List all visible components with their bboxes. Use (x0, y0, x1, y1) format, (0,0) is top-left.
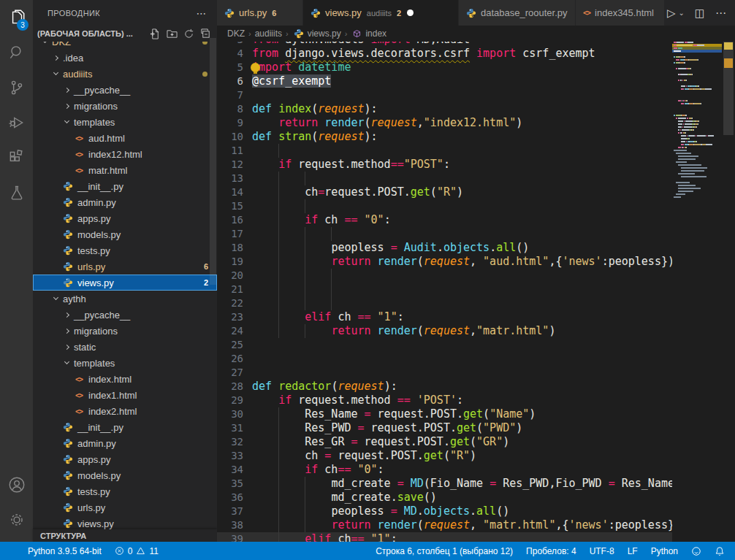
tab-views.py[interactable]: views.pyaudiiits2 (303, 0, 459, 26)
tree-file-models.py[interactable]: models.py (33, 467, 217, 483)
tree-file-views.py[interactable]: views.py2 (33, 275, 217, 291)
run-debug-icon[interactable] (0, 105, 33, 140)
search-icon[interactable] (0, 35, 33, 70)
tree-file-index2.html[interactable]: <>index2.html (33, 403, 217, 419)
account-icon[interactable] (0, 467, 33, 502)
tree-folder-audiiits[interactable]: audiiits (33, 66, 217, 82)
breadcrumb-folder[interactable]: DKZ (227, 28, 245, 39)
tree-file-index1.html[interactable]: <>index1.html (33, 387, 217, 403)
tree-file-matr.html[interactable]: <>matr.html (33, 162, 217, 178)
code-line-10[interactable]: 10def stran(request): (217, 130, 722, 144)
code-line-27[interactable]: 27 (217, 366, 722, 380)
tab-urls.py[interactable]: urls.py6 (217, 0, 303, 26)
new-file-icon[interactable] (150, 28, 161, 39)
breadcrumb-file[interactable]: views.py (308, 28, 341, 39)
tree-file-tests.py[interactable]: tests.py (33, 242, 217, 258)
code-line-12[interactable]: 12 if request.method=="POST": (217, 158, 722, 172)
tree-file-admin.py[interactable]: admin.py (33, 194, 217, 210)
tree-folder-templates[interactable]: templates (33, 114, 217, 130)
code-line-14[interactable]: 14 ch=request.POST.get("R") (217, 185, 722, 199)
code-line-4[interactable]: 4from django.views.decorators.csrf impor… (217, 47, 722, 61)
breadcrumb-symbol[interactable]: index (365, 28, 386, 39)
code-line-38[interactable]: 38 return render(request, "matr.html",{'… (217, 518, 722, 532)
python-interpreter-status[interactable]: Python 3.9.5 64-bit (28, 546, 102, 556)
code-line-36[interactable]: 36 md_create.save() (217, 491, 722, 505)
source-control-icon[interactable] (0, 70, 33, 105)
code-line-39[interactable]: 39 elif ch== "1": (217, 532, 722, 542)
tree-file-__init__.py[interactable]: __init__.py (33, 178, 217, 194)
notifications-bell-icon[interactable] (715, 546, 725, 556)
code-line-31[interactable]: 31 Res_PWD = request.POST.get("PWD") (217, 421, 722, 435)
editor-scrollbar[interactable] (722, 42, 735, 542)
tree-folder-templates[interactable]: templates (33, 355, 217, 371)
code-line-28[interactable]: 28def redactor(request): (217, 380, 722, 394)
tree-folder-static[interactable]: static (33, 339, 217, 355)
code-line-5[interactable]: 5import datetime (217, 61, 722, 74)
explorer-icon[interactable]: 3 (0, 0, 33, 35)
settings-gear-icon[interactable] (0, 502, 33, 537)
code-line-11[interactable]: 11 (217, 144, 722, 158)
tree-folder-.idea[interactable]: .idea (33, 50, 217, 66)
tree-file-apps.py[interactable]: apps.py (33, 451, 217, 467)
code-line-29[interactable]: 29 if request.method == 'POST': (217, 394, 722, 407)
tree-folder-__pycache__[interactable]: __pycache__ (33, 307, 217, 323)
tree-folder-DKZ[interactable]: DKZ (33, 42, 217, 50)
tree-file-models.py[interactable]: models.py (33, 226, 217, 242)
code-line-37[interactable]: 37 peopless = MD.objects.all() (217, 505, 722, 518)
code-line-6[interactable]: 6@csrf_exempt (217, 74, 722, 88)
tab-index345.html[interactable]: <>index345.html (576, 0, 665, 26)
refresh-icon[interactable] (183, 28, 194, 39)
code-line-22[interactable]: 22 (217, 296, 722, 310)
new-folder-icon[interactable] (167, 28, 178, 39)
sidebar-scrollbar[interactable] (210, 38, 216, 285)
code-line-17[interactable]: 17 (217, 227, 722, 241)
tree-file-admin.py[interactable]: admin.py (33, 435, 217, 451)
workspace-section-header[interactable]: (РАБОЧАЯ ОБЛАСТЬ) ... (33, 26, 217, 42)
indentation-status[interactable]: Пробелов: 4 (526, 546, 576, 556)
code-line-9[interactable]: 9 return render(request,"index12.html") (217, 116, 722, 130)
tree-file-__init__.py[interactable]: __init__.py (33, 419, 217, 435)
code-line-25[interactable]: 25 (217, 338, 722, 352)
code-line-15[interactable]: 15 (217, 199, 722, 213)
code-line-35[interactable]: 35 md_create = MD(Fio_Name = Res_PWD,Fio… (217, 477, 722, 491)
tree-file-urls.py[interactable]: urls.py6 (33, 258, 217, 275)
tab-database_roouter.py[interactable]: database_roouter.py (459, 0, 576, 26)
tree-file-urls.py[interactable]: urls.py (33, 499, 217, 515)
split-editor-icon[interactable]: ◫ (695, 7, 705, 18)
code-editor[interactable]: 3from aythh.models import MD,Audit4from … (217, 42, 735, 542)
tree-file-views.py[interactable]: views.py (33, 515, 217, 529)
run-dropdown-icon[interactable]: ⌄ (678, 9, 684, 17)
code-line-23[interactable]: 23 elif ch == "1": (217, 310, 722, 324)
explorer-more-actions-icon[interactable]: ⋯ (197, 7, 207, 19)
code-line-20[interactable]: 20 (217, 269, 722, 283)
testing-icon[interactable] (0, 175, 33, 210)
code-line-30[interactable]: 30 Res_Name = request.POST.get("Name") (217, 407, 722, 421)
problems-status[interactable]: 0 11 (115, 546, 159, 556)
code-line-21[interactable]: 21 (217, 283, 722, 296)
language-mode-status[interactable]: Python (651, 546, 678, 556)
code-line-18[interactable]: 18 peopless = Audit.objects.all() (217, 241, 722, 255)
tree-file-apps.py[interactable]: apps.py (33, 210, 217, 226)
outline-section-header[interactable]: СТРУКТУРА (33, 529, 217, 542)
tree-file-index12.html[interactable]: <>index12.html (33, 146, 217, 162)
code-line-24[interactable]: 24 return render(request,"matr.html") (217, 324, 722, 338)
cursor-position-status[interactable]: Строка 6, столбец 1 (выбрано 12) (376, 546, 513, 556)
code-line-26[interactable]: 26 (217, 352, 722, 366)
scrollbar-thumb[interactable] (723, 42, 734, 135)
tree-file-aud.html[interactable]: <>aud.html (33, 130, 217, 146)
feedback-icon[interactable] (691, 546, 701, 556)
breadcrumb-folder[interactable]: audiiits (255, 28, 282, 39)
more-actions-icon[interactable]: ⋯ (715, 7, 726, 18)
tree-file-tests.py[interactable]: tests.py (33, 483, 217, 499)
code-line-32[interactable]: 32 Res_GR = request.POST.get("GR") (217, 435, 722, 449)
extensions-icon[interactable] (0, 140, 33, 175)
code-line-7[interactable]: 7 (217, 88, 722, 102)
code-line-16[interactable]: 16 if ch == "0": (217, 213, 722, 227)
eol-status[interactable]: LF (628, 546, 638, 556)
code-line-33[interactable]: 33 ch = request.POST.get("R") (217, 449, 722, 463)
lightbulb-icon[interactable] (251, 63, 260, 72)
tree-file-index.html[interactable]: <>index.html (33, 371, 217, 387)
tree-folder-migrations[interactable]: migrations (33, 323, 217, 339)
code-line-13[interactable]: 13 (217, 172, 722, 185)
code-line-3[interactable]: 3from aythh.models import MD,Audit (217, 42, 722, 47)
